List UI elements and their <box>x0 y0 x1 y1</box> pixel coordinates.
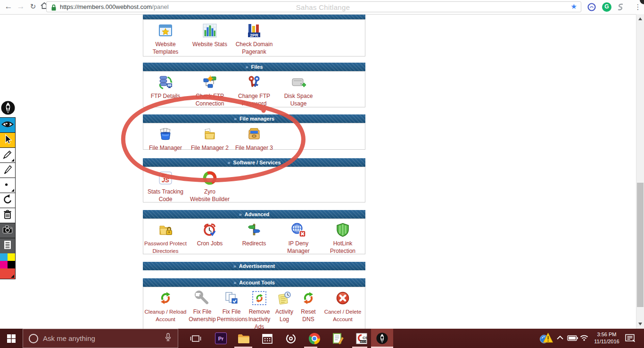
website-stats-icon <box>188 23 232 38</box>
pen-size-dot-icon <box>1 178 14 193</box>
panel-item-cleanup-reload-account[interactable]: Cleanup / Reload Account <box>143 290 188 323</box>
ftp-details-icon <box>143 75 188 90</box>
panel-item-label: Reset DNS <box>296 308 321 323</box>
pen-tool[interactable] <box>0 148 15 163</box>
panel-item-cron-jobs[interactable]: Cron Jobs <box>188 221 232 247</box>
panel-item-reset-dns[interactable]: Reset DNS <box>296 290 321 323</box>
panel-item-file-manager-2[interactable]: File Manager 2 <box>188 126 232 152</box>
epic-pen-logo-icon[interactable] <box>1 101 15 115</box>
tray-battery-icon[interactable] <box>567 334 578 342</box>
panel-item-remove-inactivity-ads[interactable]: Remove Inactivity Ads <box>246 290 272 331</box>
highlighter-icon <box>1 163 14 178</box>
check-ftp-connection-icon <box>188 75 232 90</box>
panel-item-website-templates[interactable]: Website Templates <box>143 22 188 56</box>
highlighter-tool[interactable] <box>0 163 15 178</box>
trash-tool[interactable] <box>0 208 15 223</box>
undo-arrow-icon <box>1 194 14 208</box>
calendar-icon <box>262 333 273 344</box>
taskbar-app-calendar[interactable] <box>261 332 273 345</box>
cortana-search-box[interactable]: Ask me anything <box>23 329 178 348</box>
taskbar-app-file-explorer[interactable] <box>238 332 250 345</box>
whiteboard-tool[interactable] <box>0 238 15 253</box>
gray-swirl-extension-icon[interactable] <box>616 2 625 12</box>
back-icon[interactable]: ← <box>3 1 14 12</box>
taskbar-app-eagle-cs[interactable]: CSEAGLE <box>355 332 368 345</box>
panel-item-file-manager-3[interactable]: File Manager 3 <box>232 126 276 152</box>
tray-clock[interactable]: 3:56 PM 11/11/2016 <box>590 331 623 345</box>
scrollbar-down-arrow[interactable] <box>638 323 642 325</box>
tray-wifi-icon[interactable] <box>579 334 589 341</box>
pencil-icon <box>1 148 14 162</box>
section-software-services: »Software / Services JS Stats Tracking C… <box>143 158 365 202</box>
panel-item-password-protect-directories[interactable]: Password Protect Directories <box>143 221 188 255</box>
color-swatch-magenta[interactable] <box>0 261 8 268</box>
start-button[interactable] <box>0 329 23 348</box>
tray-time: 3:56 PM <box>590 331 623 338</box>
bookmark-star-icon[interactable]: ★ <box>571 2 577 11</box>
svg-text:EAGLE: EAGLE <box>360 340 367 343</box>
windows-logo-icon <box>7 334 16 343</box>
section-advanced: »Advanced Password Protect Directories C… <box>143 210 365 254</box>
panel-item-ftp-details[interactable]: FTP Details <box>143 74 188 100</box>
shareaholic-extension-icon[interactable] <box>587 2 596 12</box>
panel-item-redirects[interactable]: Redirects <box>232 221 276 247</box>
task-view-button[interactable] <box>190 332 202 345</box>
undo-tool[interactable] <box>0 193 15 208</box>
color-swatch-yellow[interactable] <box>8 253 15 261</box>
scrollbar-up-arrow[interactable] <box>638 17 642 20</box>
grammarly-extension-icon[interactable]: G <box>602 2 611 12</box>
taskbar-app-chrome[interactable] <box>308 332 321 345</box>
panel-item-label: Check FTP Connection <box>188 92 232 107</box>
microphone-icon[interactable] <box>164 333 172 344</box>
panel-item-check-ftp-connection[interactable]: Check FTP Connection <box>188 74 232 107</box>
panel-item-label: IP Deny Manager <box>276 240 321 255</box>
taskbar-app-media-circle[interactable] <box>285 332 297 345</box>
panel-item-label: Check Domain Pagerank <box>232 40 276 56</box>
forward-icon[interactable]: → <box>15 1 26 12</box>
tray-chevron-up-icon[interactable] <box>556 335 564 340</box>
panel-item-label: Zyro Website Builder <box>188 188 232 203</box>
panel-item-zyro-website-builder[interactable]: Zyro Website Builder <box>188 170 232 203</box>
section-header: »File managers <box>143 114 365 123</box>
panel-item-stats-tracking-code[interactable]: JS Stats Tracking Code <box>143 170 188 203</box>
scrollbar[interactable] <box>636 14 644 329</box>
panel-item-change-ftp-password[interactable]: Change FTP Password <box>232 74 276 107</box>
section-file-managers: »File managers File Manager File Manager… <box>143 114 365 150</box>
panel-item-fix-file-ownership[interactable]: Fix File Ownership <box>188 290 217 323</box>
panel-item-label: Website Templates <box>143 40 188 56</box>
panel-item-disk-space-usage[interactable]: Disk Space Usage <box>276 74 321 107</box>
panel-item-label: Website Stats <box>188 40 232 48</box>
cursor-icon <box>1 133 14 147</box>
cursor-tool[interactable] <box>0 133 15 148</box>
tray-update-warning-icon[interactable] <box>539 332 553 345</box>
panel-item-ip-deny-manager[interactable]: IP Deny Manager <box>276 221 321 255</box>
panel-item-check-domain-pagerank[interactable]: 2PR Check Domain Pagerank <box>232 22 276 56</box>
panel-item-file-manager[interactable]: File Manager <box>143 126 188 152</box>
color-swatch-black[interactable] <box>8 261 15 268</box>
screenshot-tool[interactable] <box>0 223 15 238</box>
taskbar-app-notepad[interactable] <box>332 332 344 345</box>
remove-inactivity-ads-icon <box>246 291 272 306</box>
panel-item-cancel-delete-account[interactable]: Cancel / Delete Account <box>321 290 365 323</box>
chrome-icon <box>309 333 320 344</box>
pen-size-tool[interactable] <box>0 178 15 193</box>
camera-icon <box>1 223 14 238</box>
section-files: »Files FTP Details Check FTP Connection … <box>143 63 365 107</box>
tray-action-center-icon[interactable] <box>625 334 636 342</box>
file-manager-2-icon <box>188 127 232 142</box>
toggle-visibility-tool[interactable] <box>0 118 15 133</box>
color-swatch-cyan[interactable] <box>0 253 8 261</box>
panel-item-website-stats[interactable]: Website Stats <box>188 22 232 48</box>
taskbar-app-premiere[interactable]: Pr <box>215 332 227 344</box>
taskbar-app-epic-pen-active[interactable] <box>371 329 393 348</box>
panel-item-hotlink-protection[interactable]: HotLink Protection <box>321 221 365 255</box>
browser-toolbar: ← → ↻ https://members.000webhost.com/pan… <box>0 0 644 15</box>
panel-item-fix-file-permissions[interactable]: Fix File Permissions <box>217 290 246 323</box>
tray-date: 11/11/2016 <box>590 338 623 345</box>
refresh-icon[interactable]: ↻ <box>27 1 39 12</box>
panel-item-activity-log[interactable]: Activity Log <box>272 290 296 323</box>
scrollbar-thumb[interactable] <box>637 183 644 307</box>
color-swatch-red-current[interactable] <box>0 268 15 279</box>
panel-item-label: Change FTP Password <box>232 92 276 107</box>
panel-item-label: Disk Space Usage <box>276 92 321 107</box>
